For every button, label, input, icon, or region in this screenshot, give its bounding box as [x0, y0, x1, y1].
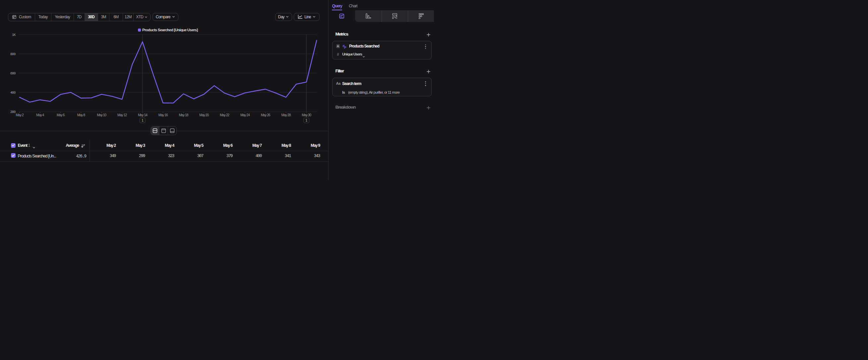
svg-text:May 20: May 20 — [199, 113, 209, 117]
svg-text:May 4: May 4 — [36, 113, 44, 117]
svg-text:May 14: May 14 — [138, 113, 148, 117]
svg-text:May 10: May 10 — [97, 113, 106, 117]
svg-text:400: 400 — [10, 91, 16, 95]
svg-text:May 16: May 16 — [158, 113, 168, 117]
svg-text:May 26: May 26 — [261, 113, 271, 117]
svg-text:1: 1 — [305, 118, 307, 122]
svg-text:May 28: May 28 — [281, 113, 291, 117]
svg-text:May 6: May 6 — [57, 113, 65, 117]
svg-text:200: 200 — [10, 110, 16, 114]
svg-text:May 24: May 24 — [240, 113, 250, 117]
svg-text:May 8: May 8 — [77, 113, 85, 117]
svg-text:1: 1 — [142, 118, 144, 122]
svg-text:May 22: May 22 — [220, 113, 229, 117]
svg-text:May 18: May 18 — [179, 113, 188, 117]
svg-text:1K: 1K — [12, 33, 16, 37]
svg-text:May 30: May 30 — [302, 113, 311, 117]
svg-text:May 2: May 2 — [16, 113, 24, 117]
svg-text:May 12: May 12 — [117, 113, 127, 117]
svg-text:800: 800 — [10, 52, 16, 56]
svg-text:600: 600 — [10, 72, 16, 75]
